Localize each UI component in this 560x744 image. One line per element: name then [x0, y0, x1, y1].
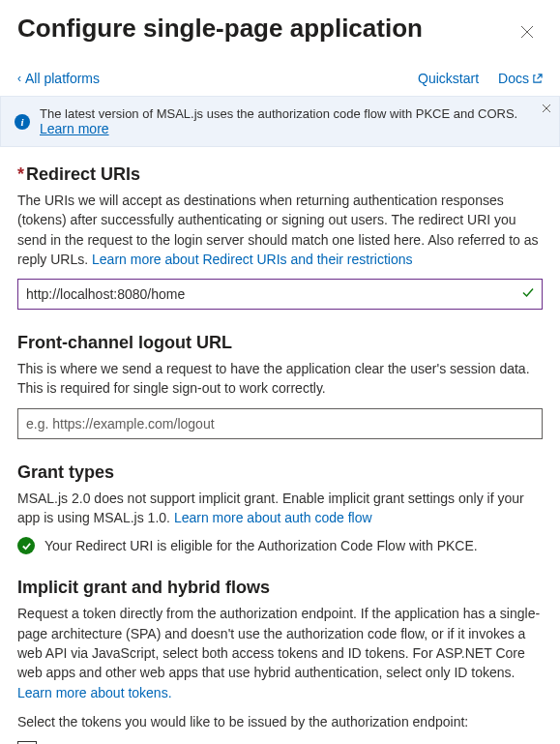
implicit-desc: Request a token directly from the author…	[17, 606, 540, 680]
docs-link-label: Docs	[498, 71, 529, 86]
back-all-platforms-link[interactable]: ‹ All platforms	[17, 71, 100, 86]
redirect-learn-more-link[interactable]: Learn more about Redirect URIs and their…	[92, 252, 412, 267]
logout-title: Front-channel logout URL	[17, 333, 543, 353]
redirect-uris-title: Redirect URIs	[26, 164, 140, 184]
valid-check-icon	[521, 286, 535, 303]
token-select-label: Select the tokens you would like to be i…	[17, 712, 543, 731]
info-banner: i The latest version of MSAL.js uses the…	[0, 96, 560, 147]
quickstart-link[interactable]: Quickstart	[418, 71, 479, 86]
docs-link[interactable]: Docs	[498, 71, 543, 86]
implicit-learn-more-link[interactable]: Learn more about tokens.	[17, 685, 172, 700]
grant-title: Grant types	[17, 462, 543, 483]
banner-dismiss-button[interactable]	[542, 103, 551, 116]
grant-types-section: Grant types MSAL.js 2.0 does not support…	[17, 462, 543, 555]
required-indicator: *	[17, 164, 24, 184]
page-title: Configure single-page application	[17, 14, 423, 44]
logout-desc: This is where we send a request to have …	[17, 359, 543, 399]
banner-learn-more-link[interactable]: Learn more	[40, 121, 109, 136]
redirect-uris-section: *Redirect URIs The URIs we will accept a…	[17, 164, 543, 310]
logout-url-input[interactable]	[17, 408, 543, 439]
info-icon: i	[15, 114, 30, 130]
banner-text: The latest version of MSAL.js uses the a…	[40, 106, 517, 121]
implicit-grant-section: Implicit grant and hybrid flows Request …	[17, 578, 543, 744]
grant-success-message: Your Redirect URI is eligible for the Au…	[17, 537, 543, 554]
success-check-icon	[17, 537, 35, 554]
logout-url-section: Front-channel logout URL This is where w…	[17, 333, 543, 439]
grant-success-text: Your Redirect URI is eligible for the Au…	[44, 538, 478, 553]
close-icon	[542, 104, 551, 113]
back-link-label: All platforms	[25, 71, 100, 86]
grant-learn-more-link[interactable]: Learn more about auth code flow	[174, 510, 372, 525]
close-button[interactable]	[512, 16, 543, 47]
chevron-left-icon: ‹	[17, 73, 21, 84]
redirect-uri-input[interactable]	[17, 279, 543, 310]
close-icon	[520, 25, 534, 39]
external-link-icon	[532, 74, 543, 84]
implicit-title: Implicit grant and hybrid flows	[17, 578, 543, 598]
